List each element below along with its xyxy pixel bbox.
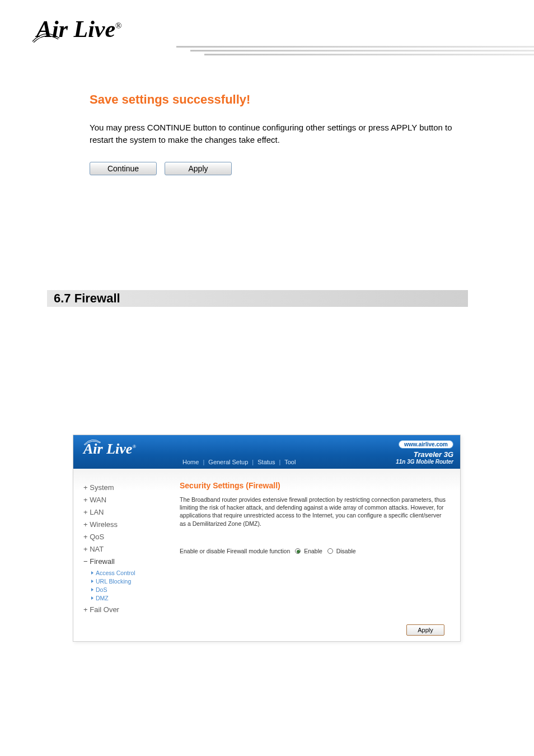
router-product-subtitle: 11n 3G Mobile Router <box>396 459 453 465</box>
router-header: Air Live® Home | General Setup | Status … <box>73 435 460 469</box>
radio-enable-label: Enable <box>304 548 322 554</box>
router-logo: Air Live® <box>83 441 136 458</box>
sidebar-sub-dos[interactable]: DoS <box>91 586 167 593</box>
triangle-icon <box>91 571 93 575</box>
sidebar-sub-dmz[interactable]: DMZ <box>91 595 167 601</box>
sidebar-item-lan[interactable]: + LAN <box>83 508 167 516</box>
router-brand-right: www.airlive.com Traveler 3G 11n 3G Mobil… <box>396 438 453 465</box>
router-product-name: Traveler 3G <box>396 450 453 459</box>
header-divider <box>176 46 534 63</box>
panel-description: The Broadband router provides extensive … <box>180 496 449 528</box>
save-title: Save settings successfully! <box>90 92 459 107</box>
sidebar-item-wan[interactable]: + WAN <box>83 496 167 504</box>
registered-mark: ® <box>115 21 121 30</box>
triangle-icon <box>91 580 93 583</box>
sidebar-item-failover[interactable]: + Fail Over <box>83 605 167 614</box>
router-url-badge: www.airlive.com <box>399 440 453 449</box>
sidebar-sub-access-control[interactable]: Access Control <box>91 570 167 576</box>
apply-button[interactable]: Apply <box>165 162 232 175</box>
sidebar-item-system[interactable]: + System <box>83 483 167 492</box>
section-heading: 6.7 Firewall <box>54 290 120 307</box>
radio-disable-label: Disable <box>336 548 356 554</box>
sidebar-item-qos[interactable]: + QoS <box>83 533 167 541</box>
panel-title: Security Settings (Firewall) <box>180 481 449 490</box>
triangle-icon <box>91 588 93 591</box>
save-body: You may press CONTINUE button to continu… <box>90 122 459 146</box>
continue-button[interactable]: Continue <box>90 162 157 175</box>
airlive-logo: Air Live® <box>31 16 122 43</box>
sidebar-item-wireless[interactable]: + Wireless <box>83 520 167 529</box>
panel-apply-button[interactable]: Apply <box>406 624 444 636</box>
firewall-toggle-row: Enable or disable Firewall module functi… <box>180 548 449 554</box>
sidebar-item-nat[interactable]: + NAT <box>83 545 167 553</box>
nav-status[interactable]: Status <box>257 459 275 465</box>
triangle-icon <box>91 596 93 600</box>
router-admin-screenshot: Air Live® Home | General Setup | Status … <box>73 435 461 642</box>
nav-general-setup[interactable]: General Setup <box>208 459 248 465</box>
radio-enable[interactable] <box>295 548 301 554</box>
nav-tool[interactable]: Tool <box>284 459 296 465</box>
option-label: Enable or disable Firewall module functi… <box>180 548 290 554</box>
radio-disable[interactable] <box>327 548 333 554</box>
router-main-panel: Security Settings (Firewall) The Broadba… <box>173 469 460 641</box>
save-settings-block: Save settings successfully! You may pres… <box>90 92 459 175</box>
router-top-nav: Home | General Setup | Status | Tool <box>182 459 296 465</box>
router-sidebar: + System + WAN + LAN + Wireless + QoS + … <box>73 469 173 641</box>
sidebar-item-firewall[interactable]: − Firewall <box>83 557 167 566</box>
sidebar-sub-url-blocking[interactable]: URL Blocking <box>91 578 167 585</box>
nav-home[interactable]: Home <box>182 459 199 465</box>
